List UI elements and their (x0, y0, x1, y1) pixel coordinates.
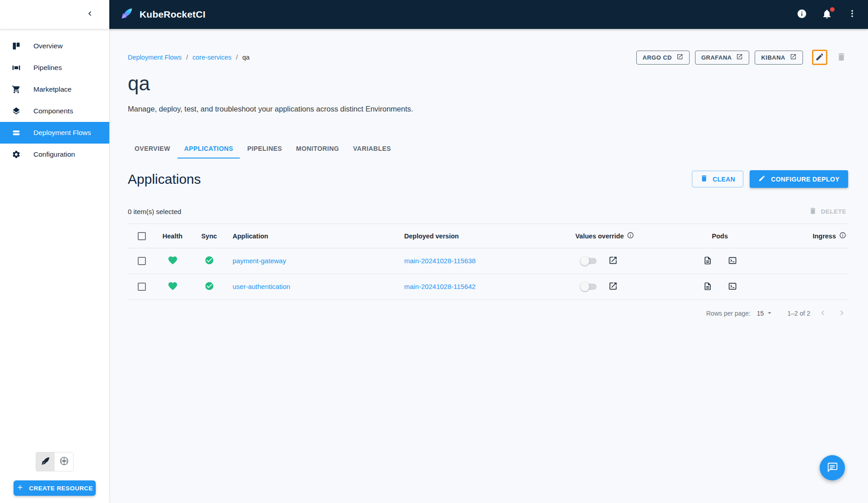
plus-icon (16, 484, 24, 493)
deployed-version-link[interactable]: main-20241028-115638 (404, 257, 476, 265)
info-outline-icon[interactable] (627, 232, 634, 240)
external-link-icon (608, 281, 618, 292)
topbar: KubeRocketCI (109, 0, 868, 29)
column-header-health: Health (153, 233, 192, 240)
sidebar-collapse-button[interactable] (83, 8, 97, 21)
row-checkbox[interactable] (138, 257, 146, 265)
argocd-link-button[interactable]: ARGO CD (636, 51, 690, 65)
application-link[interactable]: payment-gateway (233, 257, 286, 265)
trash-icon (836, 52, 846, 63)
rows-per-page-value: 15 (757, 310, 764, 317)
breadcrumb-separator: / (236, 54, 238, 61)
tab-applications[interactable]: APPLICATIONS (177, 139, 240, 158)
pod-terminal-button[interactable] (727, 256, 738, 266)
clean-label: CLEAN (713, 176, 735, 183)
pipelines-icon (11, 63, 21, 73)
tab-monitoring[interactable]: MONITORING (289, 139, 346, 158)
info-icon (797, 9, 807, 21)
kibana-link-button[interactable]: KIBANA (755, 51, 803, 65)
document-icon (703, 256, 712, 266)
sidebar-item-label: Deployment Flows (33, 129, 91, 137)
sidebar-item-deployment-flows[interactable]: Deployment Flows (0, 122, 109, 144)
view-toggle-group (36, 452, 74, 471)
notification-badge (830, 7, 835, 12)
column-header-pods: Pods (684, 233, 756, 240)
chat-fab-button[interactable] (820, 455, 845, 480)
values-override-toggle[interactable] (582, 258, 597, 264)
table-row: payment-gateway main-20241028-115638 (128, 248, 848, 274)
pencil-icon (758, 175, 765, 183)
kibana-link-label: KIBANA (761, 54, 785, 61)
terminal-icon (728, 256, 737, 266)
open-values-button[interactable] (607, 281, 618, 292)
breadcrumb-link-core-services[interactable]: core-services (192, 54, 231, 61)
breadcrumb-separator: / (186, 54, 188, 61)
selected-count-text: 0 item(s) selected (128, 208, 181, 215)
delete-environment-button[interactable] (835, 51, 848, 64)
tab-variables[interactable]: VARIABLES (346, 139, 398, 158)
configure-deploy-button[interactable]: CONFIGURE DEPLOY (750, 170, 848, 188)
rocket-view-button[interactable] (36, 452, 55, 471)
open-values-button[interactable] (607, 256, 618, 266)
app-title: KubeRocketCI (140, 9, 205, 20)
components-icon (11, 106, 21, 116)
sidebar-item-overview[interactable]: Overview (0, 35, 109, 57)
previous-page-button[interactable] (817, 307, 829, 320)
edit-environment-button[interactable] (812, 50, 827, 65)
external-link-icon (790, 53, 797, 61)
external-link-icon (736, 53, 743, 61)
page-description: Manage, deploy, test, and troubleshoot y… (128, 105, 848, 113)
sync-status-synced (192, 281, 226, 293)
kubernetes-view-button[interactable] (55, 452, 73, 471)
deployed-version-link[interactable]: main-20241028-115642 (404, 283, 476, 290)
info-button[interactable] (796, 9, 807, 20)
sidebar: Overview Pipelines Marketplace Component… (0, 0, 109, 503)
rows-per-page-select[interactable]: 15 (757, 309, 774, 318)
trash-icon (809, 207, 817, 216)
column-header-application: Application (226, 233, 404, 240)
sidebar-item-configuration[interactable]: Configuration (0, 144, 109, 165)
pod-logs-button[interactable] (702, 256, 713, 266)
marketplace-icon (11, 84, 21, 94)
check-circle-icon (205, 281, 214, 293)
brand: KubeRocketCI (120, 7, 205, 22)
next-page-button[interactable] (835, 307, 848, 320)
terminal-icon (728, 282, 737, 292)
notifications-button[interactable] (821, 9, 833, 20)
values-override-label: Values override (575, 233, 624, 240)
sidebar-item-label: Marketplace (33, 85, 71, 93)
clean-button[interactable]: CLEAN (692, 171, 743, 187)
page-content: Deployment Flows / core-services / qa AR… (109, 29, 868, 503)
tab-overview[interactable]: OVERVIEW (128, 139, 177, 158)
sidebar-item-label: Overview (33, 42, 63, 50)
pod-terminal-button[interactable] (727, 281, 738, 292)
main-area: KubeRocketCI (109, 0, 868, 503)
sidebar-item-components[interactable]: Components (0, 100, 109, 122)
tab-pipelines[interactable]: PIPELINES (240, 139, 289, 158)
quick-links: ARGO CD GRAFANA KIBANA (636, 50, 848, 65)
select-all-checkbox[interactable] (138, 232, 146, 240)
delete-selected-label: DELETE (821, 208, 846, 215)
column-header-sync: Sync (192, 233, 226, 240)
grafana-link-button[interactable]: GRAFANA (695, 51, 750, 65)
chevron-right-icon (837, 308, 847, 319)
more-menu-button[interactable] (846, 9, 858, 20)
row-checkbox[interactable] (138, 283, 146, 291)
create-resource-button[interactable]: CREATE RESOURCE (14, 480, 96, 496)
pod-logs-button[interactable] (702, 281, 713, 292)
application-link[interactable]: user-authentication (233, 283, 290, 290)
trash-icon (700, 174, 708, 184)
sidebar-footer: CREATE RESOURCE (0, 452, 109, 503)
breadcrumb-link-deployment-flows[interactable]: Deployment Flows (128, 54, 182, 61)
chevron-left-icon (85, 9, 94, 20)
sidebar-item-label: Components (33, 107, 73, 115)
kubernetes-icon (59, 456, 69, 468)
values-override-toggle[interactable] (582, 284, 597, 290)
sidebar-item-pipelines[interactable]: Pipelines (0, 57, 109, 79)
delete-selected-button[interactable]: DELETE (809, 207, 848, 216)
sidebar-nav: Overview Pipelines Marketplace Component… (0, 29, 109, 452)
breadcrumb: Deployment Flows / core-services / qa (128, 54, 250, 61)
sidebar-item-marketplace[interactable]: Marketplace (0, 79, 109, 100)
kebab-menu-icon (847, 9, 857, 20)
info-outline-icon[interactable] (839, 232, 846, 240)
